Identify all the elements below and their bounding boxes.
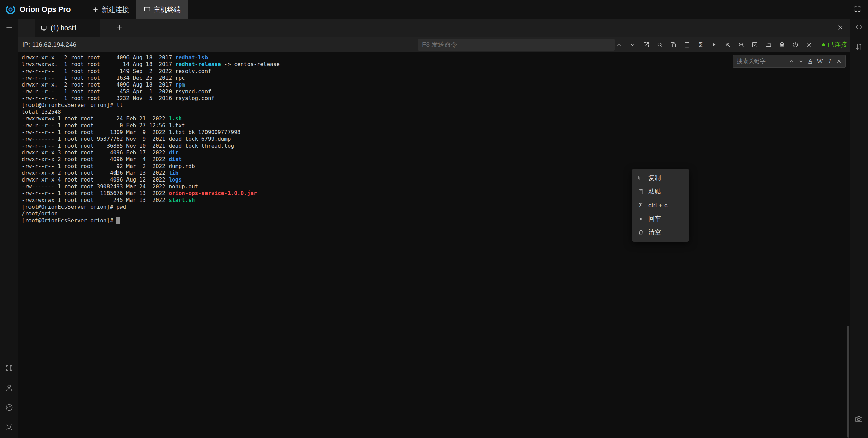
shortcut-command-button[interactable] xyxy=(5,364,13,374)
screenshot-button[interactable] xyxy=(855,415,863,424)
dashboard-button[interactable] xyxy=(5,403,13,413)
copy-icon xyxy=(637,175,644,181)
chevron-up-icon xyxy=(616,41,623,48)
context-menu-paste[interactable]: 粘贴 xyxy=(632,185,689,198)
context-menu-clear-label: 清空 xyxy=(648,228,661,237)
menu-new-connection[interactable]: 新建连接 xyxy=(85,0,136,19)
terminal-output[interactable]: drwxr-xr-x 2 root root 4096 Aug 18 2017 … xyxy=(22,54,850,224)
context-menu-enter-label: 回车 xyxy=(648,214,661,223)
terminal-line: -rwxrwxrwx 1 root root 245 Mar 13 2022 s… xyxy=(22,197,850,204)
play-icon xyxy=(637,216,644,222)
terminal-line: -rwxrwxrwx 1 root root 24 Feb 21 2022 1.… xyxy=(22,115,850,122)
new-tab-button[interactable] xyxy=(116,24,123,32)
menu-new-connection-label: 新建连接 xyxy=(102,5,129,14)
app-logo-icon xyxy=(5,4,16,15)
open-external-icon xyxy=(643,41,650,48)
terminal-line: lrwxrwxrwx. 1 root root 14 Aug 18 2017 r… xyxy=(22,61,850,68)
command-input[interactable] xyxy=(418,39,615,51)
context-menu-ctrl-c-label: ctrl + c xyxy=(648,202,667,209)
close-terminal-button[interactable] xyxy=(805,41,813,49)
gauge-icon xyxy=(5,403,13,412)
gear-icon xyxy=(5,423,13,431)
scroll-up-button[interactable] xyxy=(615,41,623,49)
clear-terminal-button[interactable] xyxy=(778,41,786,49)
plus-icon xyxy=(116,24,123,31)
power-icon xyxy=(792,41,799,48)
zoom-out-button[interactable] xyxy=(737,41,745,49)
scroll-swap-button[interactable] xyxy=(855,43,863,52)
close-tabs-button[interactable] xyxy=(837,24,844,32)
settings-button[interactable] xyxy=(5,423,13,433)
terminal-scrollbar[interactable] xyxy=(847,326,849,438)
connection-status: 已连接 xyxy=(822,40,847,49)
terminal[interactable]: drwxr-xr-x 2 root root 4096 Aug 18 2017 … xyxy=(18,52,850,438)
zoom-in-button[interactable] xyxy=(724,41,732,49)
open-window-button[interactable] xyxy=(642,41,650,49)
fullscreen-button[interactable] xyxy=(854,5,861,14)
close-icon xyxy=(836,59,842,64)
regex-button[interactable]: I xyxy=(825,57,834,66)
context-menu-enter[interactable]: 回车 xyxy=(632,212,689,226)
paste-button[interactable] xyxy=(683,41,691,49)
code-panel-button[interactable] xyxy=(855,23,863,33)
status-label: 已连接 xyxy=(828,40,847,49)
terminal-line: drwxr-xr-x 2 root root 4096 Mar 4 2022 d… xyxy=(22,156,850,163)
app-title: Orion Ops Pro xyxy=(20,5,71,14)
sigma-icon: Σ xyxy=(698,41,703,48)
match-case-button[interactable]: A xyxy=(806,57,815,66)
search-close-button[interactable] xyxy=(834,57,843,66)
terminal-line: -rw-r--r-- 1 root root 92 Mar 2 2022 dum… xyxy=(22,163,850,170)
fullscreen-icon xyxy=(854,5,861,13)
top-menu: 新建连接 主机终端 xyxy=(85,0,188,19)
file-manager-button[interactable] xyxy=(764,41,772,49)
search-button[interactable] xyxy=(656,41,664,49)
sigma-icon: Σ xyxy=(637,202,644,208)
left-sidebar xyxy=(0,19,18,438)
search-prev-button[interactable] xyxy=(787,57,796,66)
monitor-icon xyxy=(41,25,47,31)
terminal-line: [root@OrionEcsServer orion]# pwd xyxy=(22,204,850,210)
status-dot-icon xyxy=(822,43,825,46)
user-button[interactable] xyxy=(5,384,13,393)
disconnect-button[interactable] xyxy=(791,41,800,49)
left-sidebar-bottom xyxy=(5,364,13,433)
context-menu: 复制 粘贴 Σ ctrl + c 回车 清空 xyxy=(632,169,689,242)
terminal-line: drwxr-xr-x 4 root root 4096 Aug 12 2022 … xyxy=(22,176,850,183)
user-icon xyxy=(5,384,13,392)
terminal-line: drwxr-xr-x 2 root root 4096 Aug 18 2017 … xyxy=(22,54,850,61)
toolbar-actions: Σ 已连接 xyxy=(615,37,847,52)
terminal-line: -rw-r--r-- 1 root root 149 Sep 2 2022 re… xyxy=(22,68,850,75)
context-menu-ctrl-c[interactable]: Σ ctrl + c xyxy=(632,198,689,212)
search-icon xyxy=(656,41,663,48)
menu-host-terminal[interactable]: 主机终端 xyxy=(136,0,188,19)
chevron-down-icon xyxy=(798,59,804,64)
add-connection-button[interactable] xyxy=(5,24,13,33)
plus-icon xyxy=(5,24,13,32)
checklist-button[interactable] xyxy=(751,41,759,49)
tab-bar: (1) host1 xyxy=(18,19,850,37)
whole-word-button[interactable]: W xyxy=(815,57,824,66)
context-menu-copy-label: 复制 xyxy=(648,174,661,183)
ip-label: IP: 116.62.194.246 xyxy=(22,37,76,52)
search-input[interactable] xyxy=(737,58,786,65)
terminal-line: -rw-r--r-- 1 root root 1185676 Mar 13 20… xyxy=(22,190,850,197)
tab-host1[interactable]: (1) host1 xyxy=(35,19,100,37)
context-menu-copy[interactable]: 复制 xyxy=(632,171,689,185)
terminal-search-panel: A W I xyxy=(733,55,846,68)
play-icon xyxy=(711,42,717,48)
trash-icon xyxy=(778,41,785,48)
terminal-line: -rw------- 1 root root 39082493 Mar 24 2… xyxy=(22,183,850,190)
context-menu-clear[interactable]: 清空 xyxy=(632,226,689,239)
batch-command-button[interactable]: Σ xyxy=(696,41,705,49)
scroll-down-button[interactable] xyxy=(629,41,637,49)
right-sidebar xyxy=(850,19,868,438)
tab-label: (1) host1 xyxy=(51,24,77,32)
terminal-line: drwxr-xr-x. 2 root root 4096 Aug 18 2017… xyxy=(22,81,850,88)
menu-host-terminal-label: 主机终端 xyxy=(154,5,181,14)
search-next-button[interactable] xyxy=(796,57,805,66)
paste-icon xyxy=(684,41,690,48)
copy-button[interactable] xyxy=(669,41,677,49)
app-window: { "app": { "title": "Orion Ops Pro" }, "… xyxy=(0,0,868,438)
run-button[interactable] xyxy=(710,41,718,49)
plus-icon xyxy=(92,6,99,13)
